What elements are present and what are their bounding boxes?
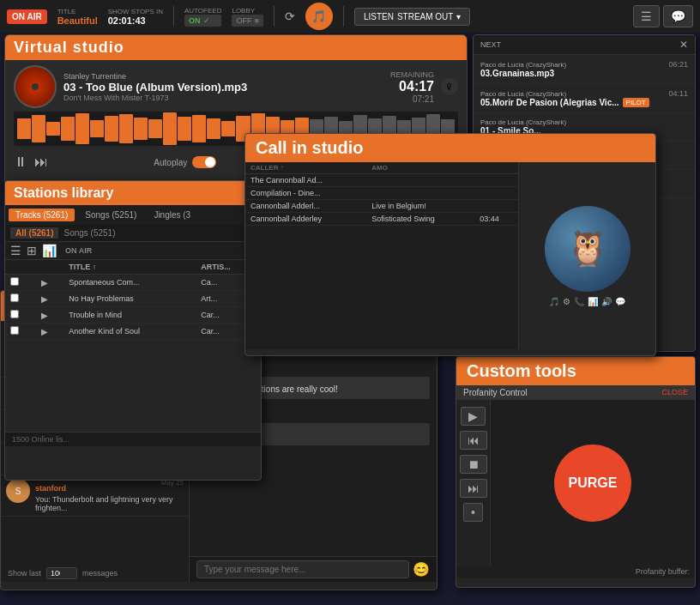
stations-tabs: Tracks (5261) Songs (5251) Jingles (3: [5, 205, 261, 225]
cis-icon-4[interactable]: 📊: [588, 297, 598, 306]
next-button[interactable]: ⏭: [34, 154, 48, 170]
track-time: REMAINING 04:17 07:21: [390, 70, 434, 104]
songs-filter[interactable]: Songs (5251): [63, 228, 115, 238]
title-label: TITLE: [57, 8, 98, 15]
pause-button[interactable]: ⏸: [14, 154, 27, 170]
wbar: [75, 113, 89, 144]
cis-icon-5[interactable]: 🔊: [601, 297, 612, 306]
chat-icon-button[interactable]: 💬: [663, 5, 693, 27]
track-info: Stanley Turrentine 03 - Too Blue (Album …: [63, 72, 383, 102]
list-icon-button[interactable]: ☰: [633, 5, 660, 27]
cis-time-cell: 03:44: [474, 213, 518, 226]
wbar: [17, 118, 31, 139]
cis-caller-cell: Cannonball Adderl...: [245, 200, 366, 213]
all-filter-badge[interactable]: All (5261): [10, 227, 58, 239]
cis-caller-cell: Cannonball Adderley: [245, 213, 366, 226]
queue-time: 06:21: [668, 60, 688, 69]
track-play-icon[interactable]: ▶: [41, 278, 48, 287]
track-checkbox[interactable]: [10, 293, 19, 302]
chevron-down-icon: ▾: [456, 12, 461, 21]
track-play-icon[interactable]: ▶: [41, 294, 48, 304]
prev-ctrl-btn[interactable]: ⏮: [460, 431, 487, 450]
play-ctrl-btn[interactable]: ▶: [461, 407, 486, 426]
wbar: [221, 121, 235, 136]
emoji-picker-icon[interactable]: 😊: [413, 561, 430, 578]
album-art: [14, 65, 57, 108]
lobby-info: LOBBY OFF ■: [232, 7, 262, 27]
cis-icon-1[interactable]: 🎵: [549, 297, 559, 306]
messages-label: messages: [82, 569, 118, 578]
track-title-cell: Trouble in Mind: [63, 307, 196, 324]
list-view-icon[interactable]: ☰: [10, 244, 21, 257]
logo-icon: 🎵: [305, 3, 333, 30]
table-row[interactable]: Compilation - Dine...: [245, 187, 518, 200]
track-play-icon[interactable]: ▶: [41, 311, 48, 320]
custom-tools-header: Custom tools: [456, 357, 695, 385]
call-in-studio-panel: Call in studio CALLER ↑ AMO The Cannonba…: [244, 133, 656, 356]
sep2: [274, 6, 275, 27]
purge-button[interactable]: PURGE: [554, 445, 631, 522]
tab-tracks[interactable]: Tracks (5261): [9, 209, 75, 221]
cis-col-caller: CALLER ↑: [245, 162, 366, 174]
list-item[interactable]: Paco de Lucia (CrazyShark) 06:21 03.Gran…: [474, 55, 695, 84]
list-item[interactable]: Paco de Lucia (CrazyShark) 04:11 05.Mori…: [474, 84, 695, 113]
list-item[interactable]: S stanford May 25 You: Thunderbolt and l…: [1, 475, 189, 517]
track-checkbox[interactable]: [10, 326, 19, 335]
remaining-label: REMAINING: [390, 70, 434, 79]
track-play-icon[interactable]: ▶: [41, 327, 48, 336]
chat-message-input[interactable]: [196, 560, 409, 578]
queue-title: 05.Morir De Pasion (Alegrias Vic...: [480, 98, 619, 107]
refresh-icon[interactable]: ⟳: [285, 9, 295, 23]
on-air-badge: ON AIR: [7, 9, 47, 24]
table-row[interactable]: ▶ Spontaneous Com... Ca...: [5, 275, 261, 291]
tab-jingles[interactable]: Jingles (3: [147, 209, 197, 221]
tab-songs[interactable]: Songs (5251): [78, 209, 143, 221]
wbar: [148, 119, 162, 138]
table-row[interactable]: The Cannonball Ad...: [245, 174, 518, 187]
queue-artist: Paco de Lucia (CrazyShark): [480, 90, 566, 98]
mic-icon[interactable]: 🎙: [441, 78, 458, 95]
cis-amo-cell: [366, 174, 474, 187]
pilot-badge: PILOT: [623, 98, 649, 107]
autofeed-badge[interactable]: ON ✓: [184, 15, 221, 27]
track-title-cell: Spontaneous Com...: [63, 275, 196, 291]
table-row[interactable]: ▶ Trouble in Mind Car...: [5, 307, 261, 324]
queue-header: NEXT ✕: [474, 35, 695, 55]
cis-icon-6[interactable]: 💬: [615, 297, 625, 306]
cis-icon-2[interactable]: ⚙: [563, 297, 570, 306]
next-ctrl-btn[interactable]: ⏭: [460, 479, 487, 498]
extra-ctrl-btn[interactable]: •: [463, 503, 483, 522]
stop-ctrl-btn[interactable]: ⏹: [460, 455, 487, 474]
time-remaining: 04:17: [390, 79, 434, 94]
conv-body: stanford May 25 You: Thunderbolt and lig…: [35, 479, 184, 512]
lobby-badge[interactable]: OFF ■: [232, 15, 262, 27]
stats-view-icon[interactable]: 📊: [42, 244, 57, 257]
grid-view-icon[interactable]: ⊞: [27, 244, 37, 257]
table-row[interactable]: ▶ Another Kind of Soul Car...: [5, 324, 261, 340]
profanity-title: Profanity Control: [463, 388, 527, 397]
queue-close-button[interactable]: ✕: [679, 39, 688, 51]
cis-time-cell: [474, 200, 518, 213]
listen-button[interactable]: LISTEN STREAM OUT ▾: [354, 8, 471, 26]
conv-name: stanford: [35, 484, 66, 493]
call-list: CALLER ↑ AMO The Cannonball Ad... Compil…: [245, 162, 518, 349]
profanity-close-button[interactable]: CLOSE: [661, 388, 688, 397]
track-checkbox[interactable]: [10, 310, 19, 318]
table-row[interactable]: Cannonball Adderley Sofisticated Swing 0…: [245, 213, 518, 226]
table-row[interactable]: Cannonball Adderl... Live in Belgium!: [245, 200, 518, 213]
listen-label: LISTEN: [364, 12, 394, 21]
player-row: Stanley Turrentine 03 - Too Blue (Album …: [14, 65, 458, 108]
profanity-main: PURGE: [491, 400, 695, 566]
autoplay-toggle[interactable]: [192, 156, 216, 168]
queue-artist: Paco de Lucia (CrazyShark): [480, 118, 566, 126]
wbar: [134, 118, 148, 140]
track-checkbox[interactable]: [10, 277, 19, 286]
stations-library-header: Stations library ▾: [5, 181, 261, 205]
table-row[interactable]: ▶ No Hay Problemas Art...: [5, 291, 261, 307]
cis-icon-3[interactable]: 📞: [574, 297, 584, 306]
autofeed-info: AUTOFEED ON ✓: [184, 7, 221, 27]
message-count-input[interactable]: [46, 567, 77, 579]
cis-col-extra: [474, 162, 518, 174]
wbar: [192, 115, 206, 142]
track-album: Don't Mess With Mister T-1973: [63, 94, 383, 102]
